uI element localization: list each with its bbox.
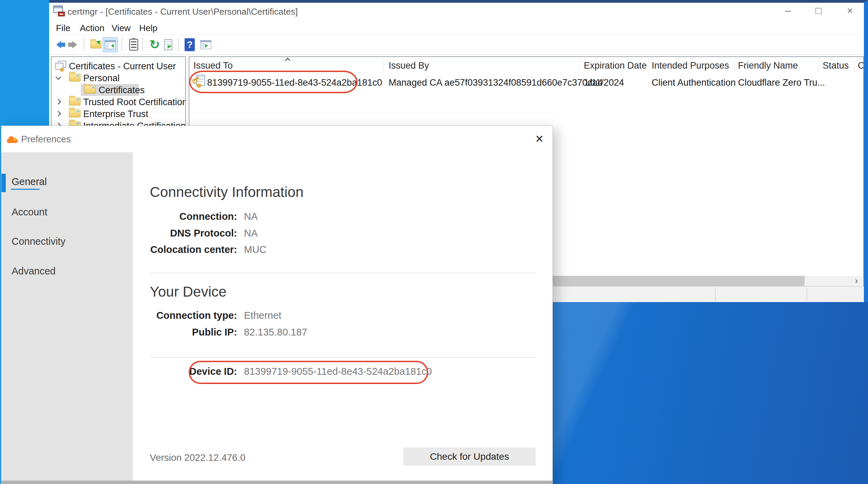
section-divider bbox=[150, 273, 536, 273]
certmgr-titlebar: certmgr - [Certificates - Current User\P… bbox=[49, 3, 864, 19]
maximize-button[interactable]: □ bbox=[807, 3, 830, 18]
minimize-button[interactable]: – bbox=[776, 3, 800, 18]
preferences-dialog: Preferences × General Account Connectivi… bbox=[1, 126, 553, 484]
cell-intended-purposes[interactable]: Client Authentication bbox=[652, 77, 736, 88]
tab-general[interactable]: General bbox=[12, 176, 47, 187]
annotation-ellipse-issued-to bbox=[189, 71, 358, 93]
colocation-center-row: Colocation center: MUC bbox=[150, 244, 266, 255]
help-icon[interactable] bbox=[182, 37, 197, 52]
chevron-down-icon[interactable] bbox=[56, 74, 61, 80]
column-header-issued-by[interactable]: Issued By bbox=[389, 60, 429, 71]
folder-icon bbox=[69, 74, 81, 82]
certmgr-app-icon bbox=[53, 5, 65, 16]
export-list-icon[interactable] bbox=[161, 37, 176, 52]
close-button[interactable]: × bbox=[838, 3, 862, 18]
annotation-ellipse-device-id bbox=[189, 361, 428, 384]
properties-icon[interactable] bbox=[126, 37, 141, 52]
folder-icon bbox=[69, 110, 81, 117]
column-header-friendly-name[interactable]: Friendly Name bbox=[738, 60, 798, 71]
selected-tab-indicator bbox=[1, 174, 6, 192]
column-header-expiration-date[interactable]: Expiration Date bbox=[584, 60, 647, 71]
back-icon[interactable] bbox=[51, 37, 66, 52]
tree-item-trusted-root[interactable]: Trusted Root Certification Au bbox=[52, 96, 185, 108]
cell-issued-by[interactable]: Managed CA ae57f03931324f08591d660e7c370… bbox=[389, 77, 603, 88]
tree-item-certificates-current-user[interactable]: Certificates - Current User bbox=[52, 60, 185, 72]
menu-action[interactable]: Action bbox=[78, 22, 106, 34]
tab-connectivity[interactable]: Connectivity bbox=[12, 236, 66, 247]
show-console-tree-icon[interactable] bbox=[103, 37, 118, 52]
certmgr-menubar: File Action View Help bbox=[49, 19, 864, 35]
preferences-sidebar: General Account Connectivity Advanced bbox=[1, 152, 133, 481]
tree-item-enterprise-trust[interactable]: Enterprise Trust bbox=[52, 108, 185, 120]
connectivity-information-heading: Connectivity Information bbox=[150, 184, 304, 200]
new-window-icon[interactable] bbox=[198, 37, 213, 52]
version-text: Version 2022.12.476.0 bbox=[150, 452, 245, 463]
cell-friendly-name[interactable]: Cloudflare Zero Tru... bbox=[738, 77, 825, 88]
column-header-intended-purposes[interactable]: Intended Purposes bbox=[652, 60, 729, 71]
connection-type-row: Connection type: Ethernet bbox=[150, 310, 281, 321]
sort-ascending-icon bbox=[285, 58, 291, 63]
chevron-right-icon[interactable] bbox=[56, 99, 61, 105]
forward-icon[interactable] bbox=[67, 37, 82, 52]
column-header-issued-to[interactable]: Issued To bbox=[193, 60, 233, 71]
dns-protocol-row: DNS Protocol: NA bbox=[150, 228, 258, 239]
section-divider bbox=[150, 357, 536, 358]
cell-expiration-date[interactable]: 1/11/2024 bbox=[584, 77, 624, 88]
menu-view[interactable]: View bbox=[110, 22, 133, 34]
selected-tab-underline bbox=[11, 189, 40, 190]
cloudflare-logo-icon bbox=[7, 134, 20, 144]
your-device-heading: Your Device bbox=[150, 284, 227, 300]
tree-item-personal[interactable]: Personal bbox=[52, 72, 185, 84]
tab-account[interactable]: Account bbox=[12, 207, 47, 218]
public-ip-row: Public IP: 82.135.80.187 bbox=[150, 327, 307, 338]
folder-icon bbox=[84, 86, 96, 94]
menu-file[interactable]: File bbox=[54, 22, 72, 34]
tree-item-certificates-selected[interactable]: Certificates bbox=[52, 84, 185, 96]
scrollbar-right-arrow[interactable]: › bbox=[850, 276, 863, 286]
certificates-store-icon bbox=[55, 61, 68, 71]
chevron-right-icon[interactable] bbox=[56, 111, 61, 117]
menu-help[interactable]: Help bbox=[137, 22, 159, 34]
dialog-close-icon[interactable]: × bbox=[531, 130, 548, 147]
connection-row: Connection: NA bbox=[150, 211, 258, 222]
dialog-title: Preferences bbox=[21, 134, 71, 145]
column-header-status[interactable]: Status bbox=[823, 60, 849, 71]
column-header-certificate[interactable]: Ce bbox=[858, 60, 864, 71]
certmgr-window-title: certmgr - [Certificates - Current User\P… bbox=[68, 6, 298, 17]
refresh-icon[interactable]: ↻ bbox=[147, 37, 162, 52]
certmgr-toolbar: ↻ bbox=[49, 35, 864, 55]
check-for-updates-button[interactable]: Check for Updates bbox=[403, 447, 536, 466]
folder-icon bbox=[69, 98, 81, 105]
tab-advanced[interactable]: Advanced bbox=[12, 266, 56, 277]
up-one-level-icon[interactable] bbox=[88, 37, 103, 52]
